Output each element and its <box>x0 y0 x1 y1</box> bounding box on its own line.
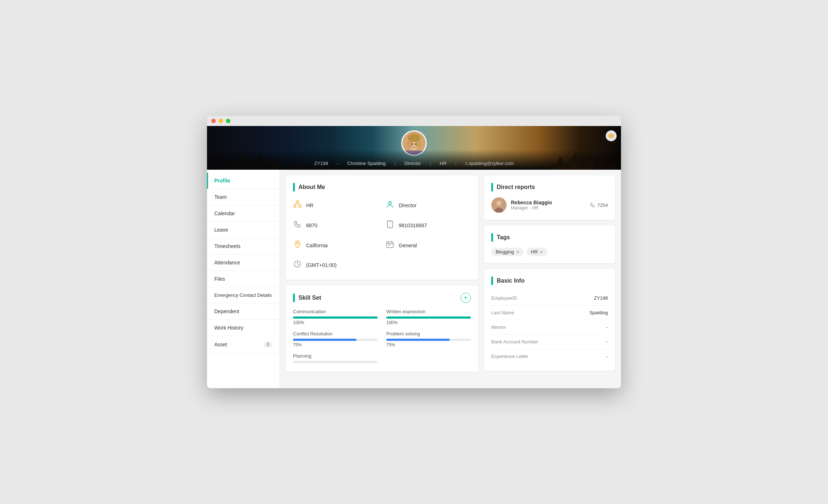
basic-info-accent <box>491 276 493 285</box>
calendar-icon <box>386 241 394 250</box>
skill-conflict-resolution: Conflict Resolution 75% <box>293 331 378 347</box>
svg-rect-37 <box>388 245 389 245</box>
hero-email: c.spalding@zylker.com <box>465 161 514 166</box>
tag-blogging-label: Blogging <box>496 249 514 255</box>
sidebar-item-dependent[interactable]: Dependent <box>207 303 280 320</box>
hero-employee-id: ZY198 <box>314 161 328 166</box>
sidebar-item-leave[interactable]: Leave <box>207 222 280 238</box>
sidebar: Profile Team Calendar Leave Timesheets A… <box>207 170 280 388</box>
skill-planning-label: Planning <box>293 353 378 359</box>
about-me-grid: HR Director <box>293 197 471 272</box>
skill-communication-bar-fill <box>293 316 378 319</box>
skill-conflict-resolution-bar-fill <box>293 339 356 341</box>
svg-point-30 <box>390 227 390 227</box>
svg-point-16 <box>408 134 420 142</box>
about-me-accent <box>293 183 295 192</box>
about-department-value: HR <box>306 202 313 208</box>
info-val-mentor: - <box>606 324 608 330</box>
tag-hr: HR × <box>527 248 547 256</box>
report-item: Rebecca Biaggio Manager - HR 7254 <box>491 197 608 213</box>
direct-reports-accent <box>491 183 493 192</box>
sidebar-item-asset[interactable]: Asset 0 <box>207 336 280 353</box>
svg-rect-22 <box>299 205 301 207</box>
app-window: ZY198 - Christine Spalding | Director | … <box>207 116 621 388</box>
sidebar-item-workhistory[interactable]: Work History <box>207 320 280 336</box>
skill-set-header: Skill Set + <box>293 293 471 303</box>
svg-rect-20 <box>296 201 298 202</box>
tags-card: Tags Blogging × HR × <box>484 226 615 263</box>
basic-info-card: Basic Info EmployeeID ZY198 Last Name Sp… <box>484 269 615 371</box>
skill-set-accent <box>293 294 295 302</box>
basic-info-header: Basic Info <box>491 276 608 285</box>
skill-set-card: Skill Set + Communication 100% <box>286 286 478 372</box>
skill-planning: Planning <box>293 353 378 365</box>
info-key-lastname: Last Name <box>491 310 514 315</box>
tag-blogging: Blogging × <box>491 248 524 256</box>
skill-communication: Communication 100% <box>293 309 378 325</box>
skill-conflict-resolution-bar-bg <box>293 339 378 341</box>
info-row-employeeid: EmployeeID ZY198 <box>491 291 608 306</box>
skill-set-title: Skill Set <box>298 295 321 301</box>
info-val-bankaccount: - <box>606 339 608 344</box>
about-mobile: 9810316667 <box>386 217 471 233</box>
about-role-value: Director <box>399 202 417 208</box>
direct-reports-card: Direct reports Rebecca Biaggio <box>484 176 615 220</box>
tags-list: Blogging × HR × <box>491 248 608 256</box>
add-skill-button[interactable]: + <box>461 293 471 303</box>
svg-point-17 <box>411 143 413 145</box>
report-title: Manager - HR <box>511 205 586 210</box>
about-me-card: About Me <box>286 176 478 280</box>
report-name: Rebecca Biaggio <box>511 200 586 205</box>
tag-blogging-remove[interactable]: × <box>516 249 519 255</box>
svg-point-43 <box>496 201 501 206</box>
clock-icon <box>293 260 302 269</box>
maximize-button[interactable] <box>226 119 230 123</box>
asset-badge: 0 <box>264 341 272 348</box>
sidebar-item-calendar[interactable]: Calendar <box>207 205 280 222</box>
view-button[interactable] <box>606 130 617 141</box>
tags-accent <box>491 233 493 242</box>
direct-reports-title: Direct reports <box>497 184 535 190</box>
about-timezone-value: (GMT+01:00) <box>306 262 337 268</box>
about-phone: 6870 <box>293 217 378 233</box>
hero-role: Director <box>405 161 421 166</box>
sidebar-item-team[interactable]: Team <box>207 189 280 205</box>
titlebar <box>207 116 621 126</box>
close-button[interactable] <box>211 119 216 123</box>
sidebar-item-files[interactable]: Files <box>207 271 280 287</box>
skill-written-expression-bar-fill <box>386 316 471 319</box>
basic-info-rows: EmployeeID ZY198 Last Name Spalding Ment… <box>491 291 608 363</box>
location-icon <box>293 240 302 250</box>
person-icon <box>386 200 394 210</box>
skill-written-expression-label: Written expression <box>386 309 471 314</box>
sidebar-item-emergency[interactable]: Emergency Contact Details <box>207 287 280 303</box>
skill-conflict-resolution-pct: 75% <box>293 342 378 347</box>
skill-problem-solving-bar-fill <box>386 339 450 341</box>
info-key-mentor: Mentor <box>491 324 506 330</box>
tag-hr-remove[interactable]: × <box>540 249 543 255</box>
skill-written-expression-pct: 100% <box>386 320 471 325</box>
info-key-experienceletter: Experience Letter <box>491 354 528 359</box>
hero-info: ZY198 - Christine Spalding | Director | … <box>314 161 514 166</box>
info-row-mentor: Mentor - <box>491 320 608 335</box>
right-column: Direct reports Rebecca Biaggio <box>484 176 615 382</box>
sidebar-item-timesheets[interactable]: Timesheets <box>207 238 280 255</box>
content-area: About Me <box>280 170 621 388</box>
sidebar-item-attendance[interactable]: Attendance <box>207 255 280 271</box>
mobile-icon <box>386 220 394 230</box>
skill-problem-solving-label: Problem solving <box>386 331 471 336</box>
basic-info-title: Basic Info <box>497 277 524 284</box>
minimize-button[interactable] <box>219 119 223 123</box>
svg-point-32 <box>297 243 298 244</box>
about-calendar-value: General <box>399 243 417 248</box>
svg-line-41 <box>297 264 299 265</box>
report-avatar <box>491 197 507 213</box>
hero-banner: ZY198 - Christine Spalding | Director | … <box>207 126 621 170</box>
hero-department: HR <box>440 161 447 166</box>
tag-hr-label: HR <box>531 249 538 255</box>
phone-icon <box>293 221 302 230</box>
about-me-header: About Me <box>293 183 471 192</box>
about-mobile-value: 9810316667 <box>399 223 427 228</box>
skill-planning-bar-bg <box>293 361 378 363</box>
sidebar-item-profile[interactable]: Profile <box>207 173 280 189</box>
